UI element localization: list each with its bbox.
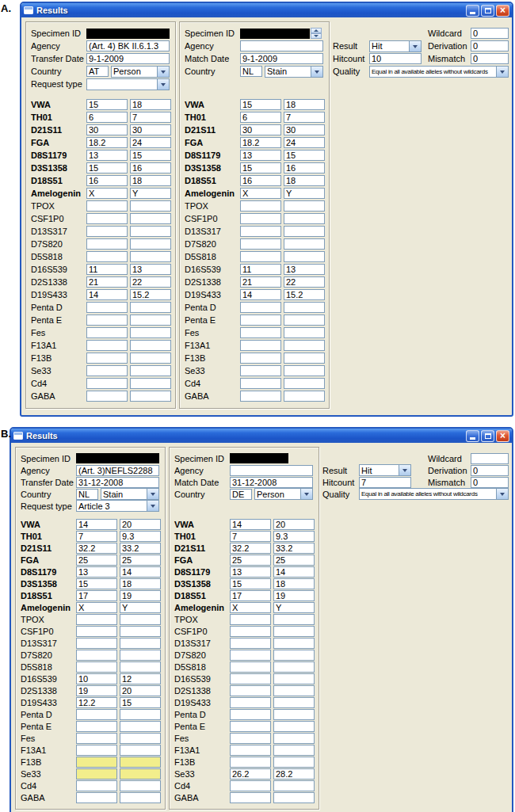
allele-input[interactable] [86, 175, 128, 186]
dropdown-arrow-icon[interactable] [147, 501, 158, 511]
allele-input[interactable] [240, 188, 281, 199]
allele-input[interactable] [120, 661, 161, 673]
allele-input[interactable] [284, 99, 325, 110]
allele-input[interactable] [120, 745, 161, 756]
allele-input[interactable] [284, 226, 325, 237]
result-select[interactable] [369, 40, 422, 52]
allele-input[interactable] [230, 709, 271, 720]
allele-input[interactable] [284, 365, 325, 376]
allele-input[interactable] [76, 792, 117, 803]
allele-input[interactable] [230, 578, 271, 589]
allele-input[interactable] [273, 590, 315, 601]
allele-input[interactable] [120, 697, 161, 708]
agency-input[interactable] [230, 465, 313, 476]
allele-input[interactable] [120, 709, 161, 720]
country-code-input[interactable] [76, 489, 98, 500]
allele-input[interactable] [76, 661, 117, 673]
derivation-input[interactable] [471, 465, 509, 476]
request-type-select[interactable] [76, 500, 159, 512]
quality-select[interactable] [359, 488, 509, 500]
allele-input[interactable] [130, 226, 171, 237]
allele-input[interactable] [240, 264, 281, 275]
allele-input[interactable] [86, 289, 128, 300]
dropdown-arrow-icon[interactable] [409, 41, 421, 51]
allele-input[interactable] [230, 661, 271, 673]
allele-input[interactable] [284, 302, 325, 313]
dropdown-arrow-icon[interactable] [496, 67, 508, 77]
agency-input[interactable] [240, 40, 323, 51]
allele-input[interactable] [76, 685, 117, 696]
dropdown-arrow-icon[interactable] [311, 67, 322, 77]
allele-input[interactable] [273, 650, 315, 661]
match-date-input[interactable] [230, 477, 313, 488]
allele-input[interactable] [120, 685, 161, 696]
allele-input[interactable] [284, 200, 325, 212]
allele-input[interactable] [86, 276, 128, 288]
allele-input[interactable] [86, 188, 128, 199]
allele-input[interactable] [273, 555, 315, 566]
allele-input[interactable] [130, 124, 171, 135]
allele-input[interactable] [86, 226, 128, 237]
allele-input[interactable] [230, 673, 271, 684]
allele-input[interactable] [230, 543, 271, 554]
allele-input[interactable] [273, 531, 315, 542]
close-button[interactable] [496, 5, 509, 17]
allele-input[interactable] [76, 519, 117, 530]
wildcard-input[interactable] [471, 453, 509, 464]
allele-input[interactable] [76, 578, 117, 589]
allele-input[interactable] [130, 162, 171, 173]
agency-input[interactable] [86, 40, 170, 51]
allele-input[interactable] [240, 124, 281, 135]
specimen-id-redacted[interactable] [230, 453, 288, 463]
allele-input[interactable] [120, 721, 161, 732]
allele-input[interactable] [230, 780, 271, 791]
allele-input[interactable] [284, 112, 325, 123]
allele-input[interactable] [240, 289, 281, 300]
allele-input[interactable] [230, 519, 271, 530]
country-code-input[interactable] [230, 489, 252, 500]
allele-input[interactable] [240, 340, 281, 351]
allele-input[interactable] [273, 697, 315, 708]
allele-input[interactable] [86, 124, 128, 135]
mismatch-input[interactable] [471, 53, 509, 64]
allele-input[interactable] [230, 745, 271, 756]
allele-input[interactable] [284, 124, 325, 135]
allele-input[interactable] [130, 391, 171, 402]
allele-input[interactable] [240, 226, 281, 237]
allele-input[interactable] [76, 709, 117, 720]
allele-input[interactable] [86, 99, 128, 110]
allele-input[interactable] [130, 276, 171, 288]
dropdown-arrow-icon[interactable] [300, 489, 312, 499]
result-select[interactable] [359, 464, 411, 476]
derivation-input[interactable] [471, 40, 509, 51]
titlebar[interactable]: Results [21, 3, 512, 17]
allele-input[interactable] [120, 578, 161, 589]
transfer-date-input[interactable] [86, 53, 170, 64]
allele-input[interactable] [130, 302, 171, 313]
allele-input[interactable] [273, 661, 315, 673]
allele-input[interactable] [76, 555, 117, 566]
allele-input[interactable] [76, 626, 117, 637]
allele-input[interactable] [240, 353, 281, 364]
allele-input[interactable] [240, 175, 281, 186]
allele-input[interactable] [86, 378, 128, 389]
spinner-down-button[interactable] [311, 33, 322, 39]
allele-input[interactable] [120, 566, 161, 578]
allele-input[interactable] [76, 757, 117, 768]
allele-input[interactable] [76, 745, 117, 756]
allele-input[interactable] [120, 780, 161, 791]
allele-input[interactable] [273, 519, 315, 530]
allele-input[interactable] [130, 340, 171, 351]
match-date-input[interactable] [240, 53, 323, 64]
allele-input[interactable] [120, 650, 161, 661]
allele-input[interactable] [86, 365, 128, 376]
allele-input[interactable] [130, 251, 171, 262]
specimen-id-redacted[interactable] [86, 29, 170, 39]
request-type-select[interactable] [86, 78, 170, 90]
specimen-type-select[interactable] [111, 66, 170, 78]
allele-input[interactable] [76, 721, 117, 732]
allele-input[interactable] [130, 289, 171, 300]
allele-input[interactable] [130, 112, 171, 123]
allele-input[interactable] [76, 673, 117, 684]
allele-input[interactable] [130, 150, 171, 161]
